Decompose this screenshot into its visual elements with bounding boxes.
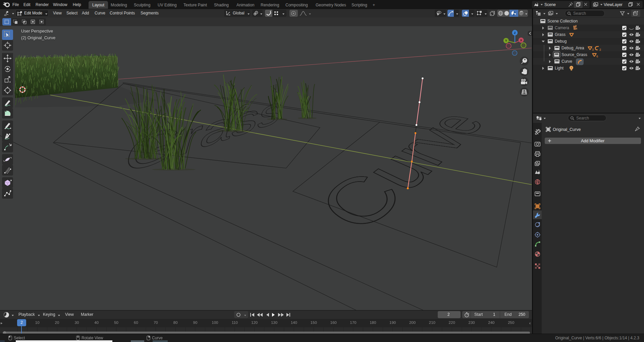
svg-text:90: 90 [193, 321, 198, 325]
svg-text:180: 180 [370, 321, 376, 325]
svg-text:60: 60 [134, 321, 138, 325]
svg-text:50: 50 [114, 321, 118, 325]
svg-text:130: 130 [271, 321, 277, 325]
svg-text:120: 120 [251, 321, 258, 325]
svg-text:160: 160 [330, 321, 337, 325]
svg-text:110: 110 [232, 321, 238, 325]
svg-text:30: 30 [75, 321, 79, 325]
svg-text:Source_Grass: Source_Grass [561, 52, 587, 57]
svg-text:Curve: Curve [561, 59, 572, 64]
svg-text:Add Modifier: Add Modifier [581, 139, 604, 143]
svg-text:20: 20 [55, 321, 59, 325]
svg-text:Original_Curve: Original_Curve [553, 127, 581, 132]
svg-text:240: 240 [488, 321, 494, 325]
svg-text:190: 190 [389, 321, 396, 325]
svg-text:2: 2 [599, 48, 601, 51]
svg-text:220: 220 [449, 321, 455, 325]
svg-text:200: 200 [409, 321, 416, 325]
svg-text:210: 210 [429, 321, 435, 325]
svg-text:170: 170 [350, 321, 356, 325]
svg-text:100: 100 [212, 321, 218, 325]
svg-text:10: 10 [35, 321, 40, 325]
svg-text:X: X [520, 38, 522, 42]
svg-text:Debug_Area: Debug_Area [561, 46, 584, 50]
svg-text:150: 150 [311, 321, 317, 325]
svg-text:230: 230 [469, 321, 475, 325]
svg-text:6: 6 [596, 55, 598, 58]
svg-text:250: 250 [508, 321, 514, 325]
svg-text:Y: Y [505, 39, 507, 42]
svg-text:Scene Collection: Scene Collection [547, 19, 578, 23]
svg-text:70: 70 [154, 321, 158, 325]
svg-text:Grass: Grass [555, 32, 566, 37]
svg-text:Debug: Debug [555, 39, 567, 44]
svg-text:Camera: Camera [555, 26, 569, 30]
svg-text:40: 40 [94, 321, 99, 325]
svg-text:140: 140 [291, 321, 297, 325]
svg-text:Z: Z [514, 31, 516, 35]
svg-text:Light: Light [555, 66, 564, 70]
svg-text:80: 80 [173, 321, 178, 325]
svg-text:3: 3 [592, 48, 594, 51]
